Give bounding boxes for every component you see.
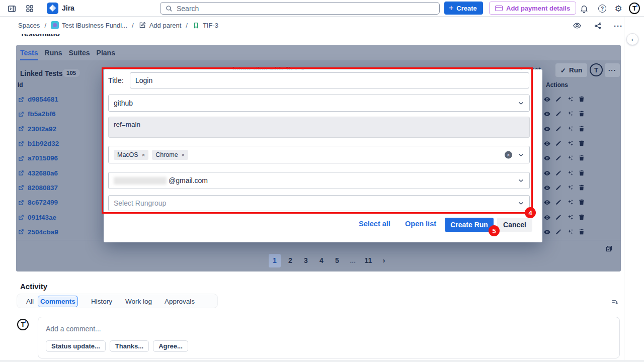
test-id-link[interactable]: 82080837 — [28, 184, 58, 192]
repository-select[interactable]: github — [108, 95, 530, 112]
filter-approvals[interactable]: Approvals — [163, 296, 197, 307]
pagination-page-1[interactable]: 1 — [269, 254, 281, 267]
delete-trash-icon[interactable] — [578, 228, 586, 236]
external-link-icon[interactable] — [18, 184, 25, 191]
remove-tag-icon[interactable]: × — [142, 152, 145, 158]
sidebar-toggle-icon[interactable] — [6, 3, 17, 14]
collapse-panel-button[interactable]: ‹ — [626, 33, 638, 45]
external-link-icon[interactable] — [18, 199, 25, 206]
settings-gear-icon[interactable]: ⚙ — [613, 3, 624, 14]
filter-all[interactable]: All — [24, 296, 36, 307]
ai-sparkles-icon[interactable] — [567, 169, 574, 177]
tab-runs[interactable]: Runs — [45, 45, 62, 60]
breadcrumb-spaces[interactable]: Spaces — [18, 22, 40, 29]
tab-plans[interactable]: Plans — [97, 45, 115, 60]
user-avatar[interactable]: T — [629, 3, 640, 14]
edit-pencil-icon[interactable] — [555, 154, 562, 162]
pagination-prev-icon[interactable]: ‹ — [253, 254, 265, 267]
create-run-button[interactable]: Create Run — [445, 218, 494, 232]
external-link-icon[interactable] — [18, 228, 25, 235]
pagination-page-3[interactable]: 3 — [300, 254, 312, 267]
edit-pencil-icon[interactable] — [555, 110, 562, 118]
external-link-icon[interactable] — [18, 111, 25, 118]
ai-sparkles-icon[interactable] — [567, 110, 574, 118]
view-eye-icon[interactable] — [543, 169, 551, 177]
quick-reply-agree[interactable]: Agree... — [153, 340, 188, 352]
filter-history[interactable]: History — [89, 296, 114, 307]
app-switcher-icon[interactable] — [24, 3, 35, 14]
edit-pencil-icon[interactable] — [555, 184, 562, 192]
view-eye-icon[interactable] — [543, 199, 551, 206]
comment-editor[interactable]: Add a comment... Status update... Thanks… — [38, 317, 620, 358]
clear-all-icon[interactable]: × — [505, 151, 512, 158]
edit-pencil-icon[interactable] — [555, 140, 562, 147]
open-list-link[interactable]: Open list — [405, 220, 436, 228]
environment-multiselect[interactable]: MacOS × Chrome × × — [108, 146, 530, 163]
ai-sparkles-icon[interactable] — [567, 214, 574, 221]
delete-trash-icon[interactable] — [578, 110, 586, 118]
ai-sparkles-icon[interactable] — [567, 199, 574, 206]
add-parent-button[interactable]: Add parent — [138, 21, 182, 29]
pagination-page-5[interactable]: 5 — [331, 254, 343, 267]
ai-sparkles-icon[interactable] — [567, 228, 574, 236]
ai-sparkles-icon[interactable] — [567, 125, 574, 133]
share-icon[interactable] — [591, 20, 604, 32]
test-id-link[interactable]: 8c672499 — [28, 199, 58, 206]
external-link-icon[interactable] — [18, 140, 25, 147]
delete-trash-icon[interactable] — [578, 154, 586, 162]
test-id-link[interactable]: fb5a2bf6 — [28, 110, 56, 118]
test-id-link[interactable]: b1b92d32 — [28, 140, 59, 147]
view-eye-icon[interactable] — [543, 228, 551, 236]
tab-tests[interactable]: Tests — [20, 45, 38, 60]
quick-reply-thanks[interactable]: Thanks... — [110, 340, 149, 352]
rungroup-select[interactable]: Select Rungroup — [108, 195, 530, 211]
pagination-page-4[interactable]: 4 — [315, 254, 328, 267]
external-link-icon[interactable] — [18, 96, 25, 103]
delete-trash-icon[interactable] — [578, 169, 586, 177]
test-id-link[interactable]: 230f2a92 — [28, 125, 56, 133]
assignee-select[interactable]: @gmail.com — [108, 172, 530, 189]
jira-logo-icon[interactable] — [47, 3, 58, 14]
delete-trash-icon[interactable] — [578, 199, 586, 206]
ai-sparkles-icon[interactable] — [567, 140, 574, 147]
external-link-icon[interactable] — [18, 169, 25, 176]
run-button[interactable]: ✓ Run — [555, 63, 587, 77]
delete-trash-icon[interactable] — [578, 184, 586, 192]
view-eye-icon[interactable] — [543, 125, 551, 133]
tab-suites[interactable]: Suites — [69, 45, 90, 60]
ai-sparkles-icon[interactable] — [567, 96, 574, 103]
delete-trash-icon[interactable] — [578, 214, 586, 221]
external-link-icon[interactable] — [18, 214, 25, 221]
filter-work-log[interactable]: Work log — [123, 296, 154, 307]
sort-order-icon[interactable] — [611, 298, 619, 306]
panel-more-button[interactable]: ··· — [605, 63, 620, 77]
view-eye-icon[interactable] — [543, 140, 551, 147]
bulk-select-icon[interactable] — [605, 244, 613, 253]
test-id-link[interactable]: a7015096 — [28, 154, 58, 162]
test-id-link[interactable]: d9854681 — [28, 96, 58, 103]
create-button[interactable]: + Create — [444, 2, 483, 15]
ai-sparkles-icon[interactable] — [567, 154, 574, 162]
test-id-link[interactable]: 2504cba9 — [28, 228, 58, 236]
cancel-button[interactable]: Cancel — [497, 218, 532, 232]
breadcrumb-issue[interactable]: TIF-3 — [192, 22, 218, 29]
delete-trash-icon[interactable] — [578, 96, 586, 103]
test-id-link[interactable]: 432680a6 — [28, 169, 58, 177]
ref-textarea[interactable]: ref=main — [108, 117, 530, 138]
view-eye-icon[interactable] — [543, 96, 551, 103]
delete-trash-icon[interactable] — [578, 125, 586, 133]
select-all-link[interactable]: Select all — [359, 220, 390, 228]
filter-comments[interactable]: Comments — [38, 296, 78, 307]
help-icon[interactable]: ? — [597, 3, 608, 14]
external-link-icon[interactable] — [18, 155, 25, 162]
view-eye-icon[interactable] — [543, 184, 551, 192]
external-link-icon[interactable] — [18, 125, 25, 132]
more-actions-icon[interactable]: ··· — [612, 20, 625, 32]
edit-pencil-icon[interactable] — [555, 125, 562, 133]
remove-tag-icon[interactable]: × — [182, 152, 185, 158]
test-id-link[interactable]: 091f43ae — [28, 214, 56, 221]
delete-trash-icon[interactable] — [578, 140, 586, 147]
view-eye-icon[interactable] — [543, 110, 551, 118]
edit-pencil-icon[interactable] — [555, 96, 562, 103]
run-title-input[interactable]: Login — [130, 72, 529, 88]
